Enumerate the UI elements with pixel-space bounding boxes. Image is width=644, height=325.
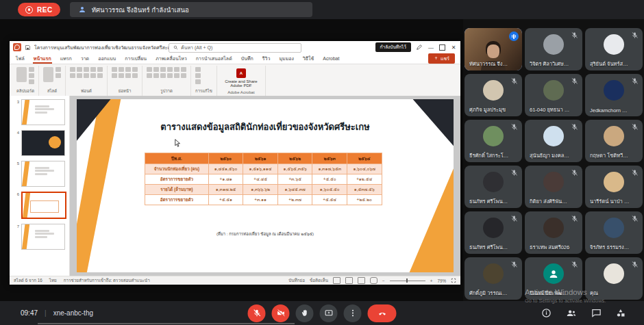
font-style-button[interactable] (70, 73, 75, 78)
chat-icon[interactable] (591, 308, 602, 318)
font-format-button[interactable] (97, 67, 103, 72)
participant-tile[interactable]: สุนันธิญา มงคลคูณ ... (525, 120, 582, 162)
participant-tile[interactable]: Jedkamchorn Phr... (585, 74, 643, 116)
tab-การนำเสนอสไลด์[interactable]: การนำเสนอสไลด์ (195, 53, 233, 64)
slide-thumbnail-5[interactable]: 5 (10, 161, 68, 187)
tab-ออกแบบ[interactable]: ออกแบบ (97, 53, 116, 64)
participant-tile[interactable]: จิรภัทร ธรรมรงค์ 019 (585, 211, 643, 254)
shape-button[interactable] (167, 67, 173, 72)
editing-button[interactable] (195, 79, 201, 84)
font-style-button[interactable] (77, 73, 82, 78)
font-format-button[interactable] (77, 67, 82, 72)
list-button[interactable] (119, 67, 124, 72)
activities-icon[interactable] (616, 308, 626, 318)
arrange-style-button[interactable] (167, 73, 173, 78)
slide-thumbnail-3[interactable]: 3 (10, 99, 68, 125)
arrange-style-button[interactable] (147, 73, 152, 78)
font-format-button[interactable] (90, 67, 96, 72)
clipboard-small-button[interactable] (29, 67, 34, 72)
reading-view-icon[interactable] (358, 277, 365, 284)
participant-tile[interactable]: ทัศนาวรรณ จึงอินทร์ (465, 28, 522, 70)
shape-button[interactable] (153, 67, 159, 72)
pen-tool-icon[interactable] (416, 44, 423, 51)
raise-hand-button[interactable] (296, 304, 314, 322)
participant-tile[interactable]: กิติยา ส่งศิริพันธ์ 017 (525, 166, 582, 208)
font-format-button[interactable] (70, 67, 75, 72)
clipboard-small-button[interactable] (29, 73, 34, 78)
slide-thumbnail-7[interactable]: 7 (10, 224, 68, 250)
language-indicator[interactable]: ไทย (49, 277, 57, 284)
close-button[interactable]: ✕ (450, 44, 457, 51)
participant-tile[interactable]: วิจิตร ศิลาวิเศษฤทธิ์ (525, 28, 582, 70)
slide-layout-button[interactable] (55, 73, 61, 78)
participant-tile[interactable]: ธีรศักดิ์ ใสกระโทก (465, 120, 522, 162)
align-button[interactable] (119, 73, 124, 78)
fit-to-window-icon[interactable] (451, 278, 456, 283)
arrange-style-button[interactable] (153, 73, 159, 78)
slide-thumbnail-4[interactable]: 4 (10, 130, 68, 156)
minimize-button[interactable]: — (428, 44, 434, 51)
font-style-button[interactable] (84, 73, 89, 78)
shape-button[interactable] (181, 67, 186, 72)
participant-tile[interactable]: 61-040 ยุทธนา จิวะ... (525, 74, 582, 116)
tab-แทรก[interactable]: แทรก (60, 53, 73, 64)
clipboard-small-button[interactable] (29, 79, 34, 84)
current-slide[interactable]: ตารางแสดงข้อมูลสถิตินักท่องเที่ยวของจังห… (77, 99, 454, 272)
participants-icon[interactable] (566, 308, 577, 318)
tab-Acrobat[interactable]: Acrobat (322, 55, 340, 62)
participant-tile[interactable]: นารีรัตน์ นาป่า 044 (585, 166, 643, 208)
end-call-button[interactable] (368, 304, 397, 322)
tab-รีวิว[interactable]: รีวิว (262, 53, 271, 64)
tab-ไฟล์[interactable]: ไฟล์ (15, 53, 25, 64)
list-button[interactable] (112, 67, 117, 72)
align-button[interactable] (132, 73, 138, 78)
zoom-in-button[interactable]: + (430, 278, 433, 283)
tab-มุมมอง[interactable]: มุมมอง (278, 53, 294, 64)
participant-tile[interactable]: กฤษดา โชติทวีผล ... (585, 120, 643, 162)
list-button[interactable] (132, 67, 138, 72)
present-screen-button[interactable] (320, 304, 338, 322)
list-button[interactable] (125, 67, 131, 72)
search-input[interactable]: ค้นหา (Alt + Q) (169, 43, 301, 53)
tab-วาด[interactable]: วาด (80, 53, 90, 64)
editing-button[interactable] (195, 73, 201, 78)
arrange-style-button[interactable] (174, 73, 179, 78)
create-pdf-button[interactable]: ACreate and Share Adobe PDF (221, 67, 261, 88)
participant-tile[interactable]: ศักดิ์ภูมิ วรรณเบิกษ์ (465, 257, 522, 300)
camera-off-button[interactable] (272, 304, 290, 322)
tab-หน้าแรก[interactable]: หน้าแรก (33, 53, 52, 64)
participant-tile[interactable]: ธนภัทร ศรีโพนทอง ... (465, 211, 522, 254)
participant-tile[interactable]: สุริยันต์ จันทร์สว่าง (585, 28, 643, 70)
paste-button[interactable] (16, 67, 27, 82)
editing-button[interactable] (195, 67, 201, 72)
slide-thumbnail-6[interactable]: 6 (10, 192, 68, 219)
new-slide-button[interactable] (43, 67, 53, 82)
align-button[interactable] (125, 73, 131, 78)
zoom-level[interactable]: 79% (437, 278, 446, 283)
slide-sorter-icon[interactable] (345, 277, 353, 284)
arrange-style-button[interactable] (160, 73, 166, 78)
shape-button[interactable] (174, 67, 179, 72)
shape-button[interactable] (147, 67, 152, 72)
meeting-details-icon[interactable] (541, 308, 552, 318)
participant-tile[interactable]: ศุภกิจ มูลประมุข (465, 74, 522, 116)
align-button[interactable] (112, 73, 117, 78)
save-icon[interactable] (25, 44, 31, 51)
shape-button[interactable] (160, 67, 166, 72)
tab-บันทึก[interactable]: บันทึก (240, 53, 254, 64)
mic-off-button[interactable] (248, 304, 266, 322)
arrange-style-button[interactable] (181, 73, 186, 78)
ppt-share-button[interactable]: แชร์ (428, 53, 455, 64)
font-format-button[interactable] (84, 67, 89, 72)
tab-ภาพเคลื่อนไหว[interactable]: ภาพเคลื่อนไหว (155, 53, 188, 64)
participant-tile[interactable]: ธนภัทร ศรีโพนทอง ... (465, 166, 522, 208)
participant-tile[interactable]: ธราเทพ สมศรี026 (525, 211, 582, 254)
restore-button[interactable] (439, 44, 445, 51)
tab-การเปลี่ยน[interactable]: การเปลี่ยน (124, 53, 147, 64)
zoom-out-button[interactable]: − (382, 278, 385, 283)
tab-วิธีใช้[interactable]: วิธีใช้ (302, 53, 314, 64)
accessibility-status[interactable]: การช่วยสำหรับการเข้าถึง: ตรวจสอบคำแนะนำ (64, 277, 150, 284)
font-style-button[interactable] (97, 73, 103, 78)
slide-layout-button[interactable] (55, 67, 61, 72)
notes-button[interactable]: บันทึกย่อ (288, 277, 305, 284)
